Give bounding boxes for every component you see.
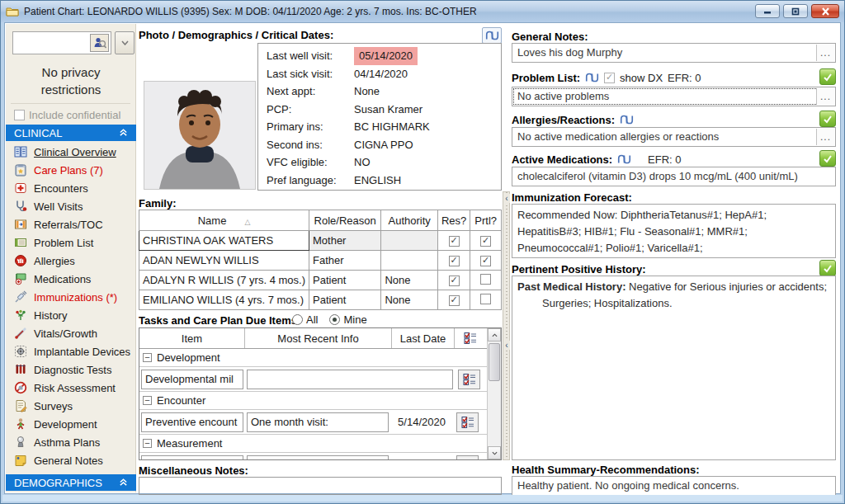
sidebar-item-vitals-growth[interactable]: Vitals/Growth [6,324,136,342]
filter-mine-radio-row[interactable]: Mine [329,313,366,326]
family-row[interactable]: EMILIANO WILLIS (4 yrs. 7 mos.)PatientNo… [139,290,502,310]
sidebar-item-diagnostic-tests[interactable]: Diagnostic Tests [6,360,136,379]
search-dropdown-button[interactable] [115,31,135,54]
task-info-cell[interactable]: One month visit: [247,412,389,432]
sidebar-item-general-notes[interactable]: General Notes [6,451,136,469]
tasks-col-checklist[interactable] [455,328,486,348]
sidebar-item-well-visits[interactable]: Well Visits [6,197,136,215]
family-col-authority[interactable]: Authority [381,210,438,231]
res-checkbox[interactable] [449,236,460,247]
family-col-res[interactable]: Res? [437,210,470,231]
problem-list-confirm-button[interactable] [819,68,836,85]
tasks-col-item[interactable]: Item [139,328,245,348]
prtl-checkbox[interactable] [480,294,491,304]
audit-mu-icon[interactable] [620,115,634,125]
sidebar-item-medications[interactable]: Medications [6,270,136,288]
sidebar-item-surveys[interactable]: Surveys [6,397,136,415]
general-notes-field[interactable]: Loves his dog Murphy ... [512,43,836,63]
sidebar-item-clinical-overview[interactable]: Clinical Overview [6,143,136,161]
sidebar-item-risk-assessment[interactable]: Risk Assessment [6,379,136,397]
allergies-more-button[interactable]: ... [816,129,834,145]
sidebar-item-problem-list[interactable]: Problem List [6,233,136,252]
res-checkbox[interactable] [449,256,460,266]
task-item-cell[interactable]: Preventive encount [141,412,243,432]
task-item-cell[interactable]: Developmental mil [141,370,243,389]
scroll-thumb[interactable] [489,343,500,381]
family-row[interactable]: CHRISTINA OAK WATERSMother [139,231,502,251]
sidebar-item-development[interactable]: Development [6,415,136,433]
tasks-scrollbar[interactable] [487,328,501,459]
show-dx-checkbox[interactable] [604,73,615,83]
task-checklist-button[interactable] [458,370,480,389]
task-date-cell: 5/14/2020 [390,459,453,460]
audit-mu-icon[interactable] [617,154,631,164]
splitter-collapse-icon[interactable]: ‹ [503,341,510,350]
prtl-checkbox[interactable] [480,256,491,266]
family-col-name[interactable]: Name△ [139,210,309,231]
task-info-cell[interactable] [247,370,453,389]
task-group-development[interactable]: − Development [139,349,487,367]
collapse-group-icon[interactable]: − [143,439,152,448]
splitter-collapse-icon[interactable]: ‹ [503,194,510,203]
patient-search-button[interactable] [90,34,109,52]
checklist-icon [464,332,477,345]
family-row[interactable]: ADAN NEWLYN WILLISFather [139,251,502,271]
family-col-prtl[interactable]: Prtl? [470,210,502,231]
sidebar-item-history[interactable]: History [6,306,136,324]
family-col-role[interactable]: Role/Reason [309,210,380,231]
task-row[interactable]: Developmental mil [139,367,487,392]
medications-confirm-button[interactable] [819,150,836,167]
audit-trail-button[interactable] [482,27,502,44]
restore-button[interactable] [783,4,808,18]
task-checklist-button[interactable] [456,412,479,432]
right-column: General Notes: Loves his dog Murphy ... … [512,23,836,493]
demographics-section-header[interactable]: DEMOGRAPHICS [6,474,136,491]
sidebar-item-care-plans[interactable]: Care Plans (7) [6,161,136,179]
prtl-checkbox[interactable] [480,236,491,247]
misc-notes-input[interactable] [139,477,502,495]
general-notes-more-button[interactable]: ... [816,45,834,61]
medications-field[interactable]: cholecalciferol (vitamin D3) drops 10 mc… [512,167,836,186]
task-row[interactable]: Height 21.25 ins/53.98 cm (30%) 5/14/202… [139,453,487,460]
problem-list-more-button[interactable]: ... [816,88,834,105]
task-group-encounter[interactable]: − Encounter [139,392,487,410]
all-radio[interactable] [292,314,303,325]
task-item-cell[interactable]: Height [141,455,243,461]
mine-radio[interactable] [329,314,340,325]
sidebar-item-immunizations[interactable]: Immunizations (*) [6,288,136,306]
sidebar-item-allergies[interactable]: Allergies [6,252,136,270]
collapse-group-icon[interactable]: − [143,396,152,405]
include-confidential-row[interactable]: Include confidential [14,109,120,121]
pertinent-history-confirm-button[interactable] [819,260,836,276]
sidebar-item-implantable-devices[interactable]: Implantable Devices [6,342,136,360]
close-button[interactable] [811,4,839,18]
allergies-confirm-button[interactable] [819,111,836,127]
tasks-col-info[interactable]: Most Recent Info [245,328,392,348]
demo-label: VFC eligible: [267,153,354,172]
panel-splitter[interactable]: ‹ ‹ [503,191,510,460]
task-info-cell[interactable]: 21.25 ins/53.98 cm (30%) [247,455,389,461]
audit-mu-icon[interactable] [585,73,599,82]
minimize-button[interactable] [755,4,780,18]
sidebar-item-asthma-plans[interactable]: Asthma Plans [6,433,136,451]
filter-all-radio-row[interactable]: All [292,313,318,326]
problem-list-field[interactable]: No active problems ... [512,87,836,106]
allergies-field[interactable]: No active medication allergies or reacti… [512,127,836,147]
task-group-measurement[interactable]: − Measurement [139,435,487,453]
scroll-down-button[interactable] [488,446,501,459]
clinical-section-header[interactable]: CLINICAL [6,125,136,141]
tasks-col-date[interactable]: Last Date [392,328,455,348]
sidebar-item-encounters[interactable]: Encounters [6,179,136,197]
patient-search-input[interactable] [12,31,111,54]
family-row[interactable]: ADALYN R WILLIS (7 yrs. 4 mos.)PatientNo… [139,271,502,290]
task-row[interactable]: Preventive encount One month visit: 5/14… [139,410,487,435]
scroll-up-button[interactable] [488,328,501,341]
include-confidential-checkbox[interactable] [14,110,25,120]
task-checklist-button[interactable] [456,455,479,461]
res-checkbox[interactable] [449,295,460,306]
health-summary-field[interactable]: Healthy patient. No ongoing medical conc… [512,476,836,496]
prtl-checkbox[interactable] [480,274,491,285]
res-checkbox[interactable] [449,276,460,286]
sidebar-item-referrals-toc[interactable]: Referrals/TOC [6,215,136,233]
collapse-group-icon[interactable]: − [143,353,152,362]
